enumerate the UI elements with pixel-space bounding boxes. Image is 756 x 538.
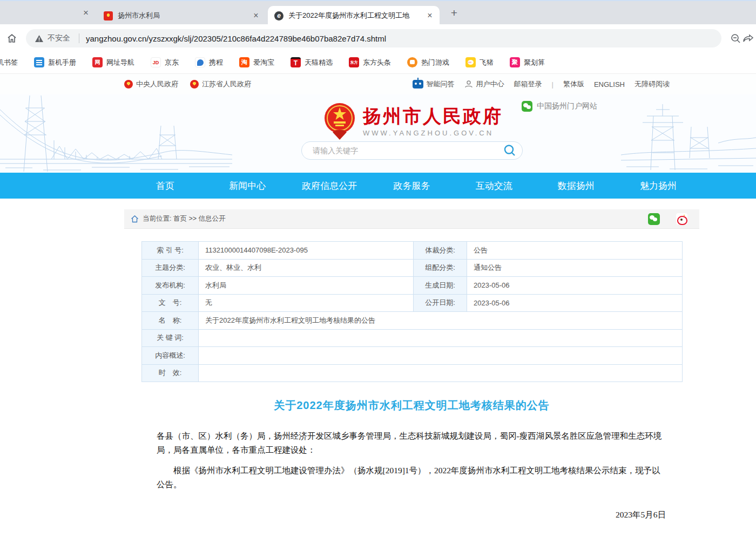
table-row: 名 称: 关于2022年度扬州市水利工程文明工地考核结果的公告: [142, 312, 683, 330]
table-row: 文 号: 无 公开日期: 2023-05-06: [142, 294, 683, 312]
meta-value: 11321000014407098E-2023-095: [199, 242, 414, 260]
traditional-chinese-link[interactable]: 繁体版: [563, 79, 584, 89]
table-row: 时 效:: [142, 364, 683, 382]
tab-shuiliju[interactable]: 扬州市水利局 ×: [97, 6, 266, 25]
nav-services[interactable]: 政务服务: [370, 173, 453, 199]
document-meta-table: 索 引 号: 11321000014407098E-2023-095 体裁分类:…: [141, 241, 683, 382]
bookmark-fliggy[interactable]: 飞猪: [465, 57, 494, 67]
address-bar: 不安全 yangzhou.gov.cn/yzszxxgk/slj/202305/…: [0, 25, 756, 51]
bookmark-jd[interactable]: JD 京东: [151, 57, 179, 67]
page-url: yangzhou.gov.cn/yzszxxgk/slj/202305/210c…: [86, 34, 386, 43]
search-icon[interactable]: [503, 144, 517, 158]
wechat-icon: [522, 101, 532, 112]
meta-label: 名 称:: [142, 312, 199, 330]
header-artwork-left-bridge: [0, 94, 232, 173]
ctrip-dolphin-icon: [195, 57, 205, 67]
meta-value: 2023-05-06: [467, 294, 683, 312]
tab-close-icon[interactable]: ×: [424, 10, 435, 21]
gov-utility-bar: 中央人民政府 江苏省人民政府 智能问答 用户中心 邮箱登录 | 繁体版: [0, 74, 756, 94]
meta-label: 内容概述:: [142, 347, 199, 365]
site-favicon: e: [274, 11, 284, 21]
tab-bar: × 扬州市水利局 × e 关于2022年度扬州市水利工程文明工地 × +: [0, 0, 756, 24]
bookmark-hot-games[interactable]: 热门游戏: [407, 57, 449, 67]
meta-value: 关于2022年度扬州市水利工程文明工地考核结果的公告: [199, 312, 683, 330]
accessibility-link[interactable]: 无障碍阅读: [634, 79, 670, 89]
site-domain: WWW.YANGZHOU.GOV.CN: [363, 129, 503, 137]
site-logo[interactable]: 扬州市人民政府 WWW.YANGZHOU.GOV.CN: [323, 102, 503, 140]
hidden-tab-close-icon[interactable]: ×: [80, 7, 92, 19]
breadcrumb[interactable]: 当前位置: 首页 >> 信息公开: [143, 214, 226, 223]
share-wechat-icon[interactable]: [648, 213, 660, 225]
table-row: 发布机构: 水利局 生成日期: 2023-05-06: [142, 277, 683, 295]
home-icon[interactable]: [131, 215, 139, 223]
table-row: 主题分类: 农业、林业、水利 组配分类: 通知公告: [142, 259, 683, 277]
table-row: 索 引 号: 11321000014407098E-2023-095 体裁分类:…: [142, 242, 683, 260]
manual-icon: [34, 57, 44, 67]
person-icon: [464, 80, 473, 88]
bookmark-aitaobao[interactable]: 淘 爱淘宝: [239, 57, 274, 67]
breadcrumb-bar: 当前位置: 首页 >> 信息公开: [124, 209, 699, 229]
meta-label: 文 号:: [142, 294, 199, 312]
nav-charm[interactable]: 魅力扬州: [617, 173, 699, 199]
east-toutiao-icon: 东方: [349, 57, 359, 67]
meta-label: 公开日期:: [414, 294, 467, 312]
bookmark-dongfang-toutiao[interactable]: 东方 东方头条: [349, 57, 391, 67]
header-artwork-right-bridge: [621, 94, 756, 173]
meta-value: [199, 347, 683, 365]
article-paragraph: 各县（市、区）水利（务）局，扬州经济开发区城乡事务管理局，生态科技新城规划建设局…: [157, 429, 667, 457]
meta-label: 组配分类:: [414, 259, 467, 277]
omnibox-divider: [79, 33, 79, 43]
national-emblem-logo: [323, 102, 356, 140]
nav-interaction[interactable]: 互动交流: [453, 173, 535, 199]
site-name: 扬州市人民政府: [363, 105, 503, 127]
bookmark-wangzhi-daohang[interactable]: 网 网址导航: [92, 57, 134, 67]
nav-info-disclosure[interactable]: 政府信息公开: [288, 173, 370, 199]
link-central-government[interactable]: 中央人民政府: [124, 79, 178, 89]
home-icon[interactable]: [5, 32, 18, 45]
browser-window: × 扬州市水利局 × e 关于2022年度扬州市水利工程文明工地 × + 不安全…: [0, 0, 756, 538]
nav-news[interactable]: 新闻中心: [206, 173, 288, 199]
tab-title: 扬州市水利局: [118, 11, 246, 21]
user-center-link[interactable]: 用户中心: [464, 79, 504, 89]
article: 关于2022年度扬州市水利工程文明工地考核结果的公告 各县（市、区）水利（务）局…: [124, 398, 699, 538]
article-date: 2023年5月6日: [157, 508, 667, 522]
bookmark-juhuasuan[interactable]: 聚 聚划算: [510, 57, 545, 67]
nav-home[interactable]: 首页: [124, 173, 206, 199]
meta-value: 通知公告: [467, 259, 683, 277]
english-link[interactable]: ENGLISH: [594, 80, 625, 88]
portal-label[interactable]: 中国扬州门户网站: [522, 101, 597, 112]
meta-value: 无: [199, 294, 414, 312]
bookmark-tmall[interactable]: T 天猫精选: [291, 57, 333, 67]
article-title: 关于2022年度扬州市水利工程文明工地考核结果的公告: [157, 398, 667, 413]
new-tab-button[interactable]: +: [447, 7, 461, 20]
national-emblem-favicon: [104, 11, 113, 21]
meta-label: 发布机构:: [142, 277, 199, 295]
tab-close-icon[interactable]: ×: [251, 10, 261, 21]
smart-qa-link[interactable]: 智能问答: [413, 79, 455, 89]
tab-announcement-active[interactable]: e 关于2022年度扬州市水利工程文明工地 ×: [268, 6, 440, 25]
meta-label: 索 引 号:: [142, 242, 199, 260]
nav-data[interactable]: 数据扬州: [535, 173, 617, 199]
table-row: 内容概述:: [142, 347, 683, 365]
meta-value: 农业、林业、水利: [199, 259, 414, 277]
table-row: 关 键 词:: [142, 329, 683, 347]
meta-value: 公告: [467, 242, 683, 260]
search-input[interactable]: [313, 146, 503, 155]
bookmark-xinji-shouce[interactable]: 新机手册: [34, 57, 76, 67]
national-emblem-icon: [124, 80, 133, 88]
bookmark-jishuqian[interactable]: 机书签: [0, 58, 18, 67]
site-header-banner: 扬州市人民政府 WWW.YANGZHOU.GOV.CN 中国扬州门户网站: [0, 94, 756, 173]
juhuasuan-icon: 聚: [510, 57, 520, 67]
meta-label: 主题分类:: [142, 259, 199, 277]
bookmark-ctrip[interactable]: 携程: [195, 57, 223, 67]
url-omnibox[interactable]: 不安全 yangzhou.gov.cn/yzszxxgk/slj/202305/…: [26, 29, 721, 47]
tmall-icon: T: [291, 57, 301, 67]
nav-site-icon: 网: [92, 57, 103, 67]
main-nav: 首页 新闻中心 政府信息公开 政务服务 互动交流 数据扬州 魅力扬州: [0, 173, 756, 199]
share-icon[interactable]: [742, 32, 755, 45]
security-label: 不安全: [48, 33, 70, 43]
zoom-out-icon[interactable]: [729, 32, 742, 45]
link-jiangsu-government[interactable]: 江苏省人民政府: [190, 79, 251, 89]
mail-login-link[interactable]: 邮箱登录: [514, 79, 542, 89]
share-weibo-icon[interactable]: [676, 213, 687, 224]
